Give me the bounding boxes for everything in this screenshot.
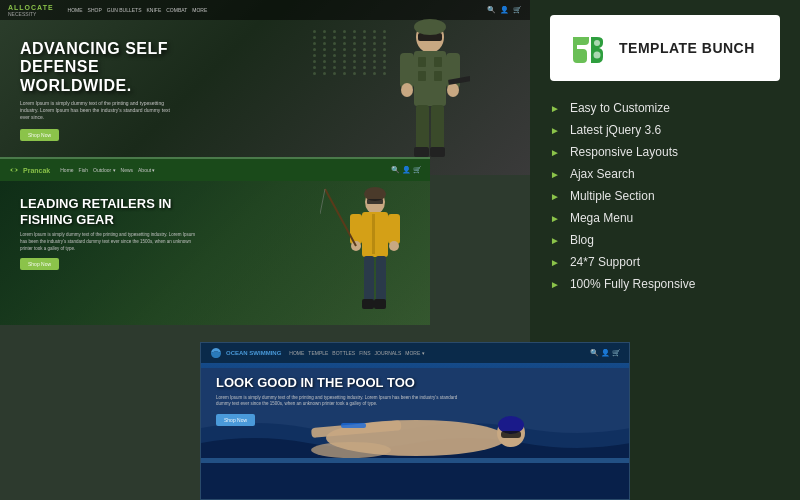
arrow-icon-5: ► [550, 191, 560, 202]
arrow-icon-2: ► [550, 125, 560, 136]
feature-label-6: Mega Menu [570, 211, 633, 225]
feature-mega-menu: ► Mega Menu [550, 211, 780, 225]
template-bunch-header: TEMPLATE BUNCH [550, 15, 780, 81]
svg-rect-22 [372, 214, 375, 254]
svg-point-17 [12, 168, 16, 172]
features-list: ► Easy to Customize ► Latest jQuery 3.6 … [550, 101, 780, 291]
fishing-user-icon[interactable]: 👤 [402, 166, 411, 173]
fishing-section: Prancak Home Fish Outdoor ▾ News About ▾… [0, 155, 430, 340]
soldier-figure [390, 15, 470, 160]
feature-label-4: Ajax Search [570, 167, 635, 181]
svg-point-19 [364, 187, 386, 201]
feature-label-8: 24*7 Support [570, 255, 640, 269]
fishing-text: Lorem Ipsum is simply dummy text of the … [20, 232, 200, 252]
svg-point-10 [401, 83, 413, 97]
swim-title: LOOK GOOD IN THE POOL TOO [216, 375, 614, 391]
fishing-cart-icon[interactable]: 🛒 [413, 166, 422, 173]
svg-point-39 [311, 442, 391, 458]
feature-label-3: Responsive Layouts [570, 145, 678, 159]
fishing-navbar: Prancak Home Fish Outdoor ▾ News About ▾… [0, 159, 430, 181]
cart-icon[interactable]: 🛒 [513, 6, 522, 14]
feature-ajax: ► Ajax Search [550, 167, 780, 181]
feature-responsive: ► Responsive Layouts [550, 145, 780, 159]
feature-label-5: Multiple Section [570, 189, 655, 203]
svg-rect-29 [362, 299, 374, 309]
fishing-shop-button[interactable]: Shop Now [20, 258, 59, 270]
svg-rect-6 [418, 71, 426, 81]
swim-user-icon[interactable]: 👤 [601, 349, 610, 356]
arrow-icon-7: ► [550, 235, 560, 246]
svg-rect-27 [364, 256, 374, 306]
svg-rect-30 [374, 299, 386, 309]
feature-blog: ► Blog [550, 233, 780, 247]
svg-point-26 [389, 241, 399, 251]
search-icon[interactable]: 🔍 [487, 6, 496, 14]
svg-point-11 [447, 83, 459, 97]
swim-text: Lorem Ipsum is simply dummy text of the … [216, 395, 466, 409]
swim-search-icon[interactable]: 🔍 [590, 349, 599, 356]
arrow-icon-1: ► [550, 103, 560, 114]
swim-navbar: OCEAN SWIMMING HOME TEMPLE BOTTLES FINS … [201, 343, 629, 363]
svg-point-44 [594, 52, 601, 59]
feature-jquery: ► Latest jQuery 3.6 [550, 123, 780, 137]
svg-rect-5 [434, 57, 442, 67]
svg-rect-4 [418, 57, 426, 67]
svg-point-43 [594, 40, 600, 46]
fishing-title: LEADING RETAILERS IN FISHING GEAR [20, 196, 220, 227]
military-subtitle: Lorem Ipsum is simply dummy text of the … [20, 100, 180, 121]
svg-line-32 [320, 189, 325, 214]
svg-rect-20 [367, 199, 383, 204]
military-shop-button[interactable]: Shop Now [20, 129, 59, 141]
user-icon[interactable]: 👤 [500, 6, 509, 14]
feature-multiple-section: ► Multiple Section [550, 189, 780, 203]
template-bunch-logo [565, 27, 607, 69]
feature-support: ► 24*7 Support [550, 255, 780, 269]
left-panel: ALLOCATE NECESSITY HOME SHOP GUN BULLETS… [0, 0, 530, 500]
military-logo: ALLOCATE NECESSITY [8, 4, 54, 17]
svg-rect-8 [400, 53, 414, 88]
arrow-icon-9: ► [550, 279, 560, 290]
military-nav-links: HOME SHOP GUN BULLETS KNIFE COMBAT MORE [68, 7, 208, 13]
military-title: ADVANCING SELF DEFENSE WORLDWIDE. [20, 40, 200, 95]
feature-easy-customize: ► Easy to Customize [550, 101, 780, 115]
fisher-figure [320, 184, 410, 314]
feature-fully-responsive: ► 100% Fully Responsive [550, 277, 780, 291]
fishing-search-icon[interactable]: 🔍 [391, 166, 400, 173]
arrow-icon-6: ► [550, 213, 560, 224]
fishing-nav-icons[interactable]: 🔍 👤 🛒 [391, 166, 422, 174]
arrow-icon-8: ► [550, 257, 560, 268]
arrow-icon-4: ► [550, 169, 560, 180]
svg-rect-40 [201, 458, 629, 463]
feature-label-2: Latest jQuery 3.6 [570, 123, 661, 137]
swim-cart-icon[interactable]: 🛒 [612, 349, 621, 356]
feature-label-7: Blog [570, 233, 594, 247]
arrow-icon-3: ► [550, 147, 560, 158]
swim-logo: OCEAN SWIMMING [209, 346, 281, 360]
swim-nav-links: HOME TEMPLE BOTTLES FINS JOURNALS MORE ▾ [289, 350, 424, 356]
swimming-section: OCEAN SWIMMING HOME TEMPLE BOTTLES FINS … [100, 335, 530, 500]
template-bunch-name: TEMPLATE BUNCH [619, 40, 755, 57]
swim-nav-icons[interactable]: 🔍 👤 🛒 [590, 349, 621, 357]
fishing-nav-links: Home Fish Outdoor ▾ News About ▾ [60, 167, 155, 173]
svg-point-2 [414, 19, 446, 35]
svg-rect-24 [388, 214, 400, 244]
svg-rect-7 [434, 71, 442, 81]
military-section: ALLOCATE NECESSITY HOME SHOP GUN BULLETS… [0, 0, 530, 175]
swim-content: LOOK GOOD IN THE POOL TOO Lorem Ipsum is… [201, 363, 629, 438]
fishing-logo: Prancak [8, 164, 50, 176]
feature-label-9: 100% Fully Responsive [570, 277, 695, 291]
feature-label-1: Easy to Customize [570, 101, 670, 115]
svg-rect-16 [430, 147, 445, 157]
svg-rect-28 [376, 256, 386, 306]
swim-shop-button[interactable]: Shop Now [216, 414, 255, 426]
military-nav-icons[interactable]: 🔍 👤 🛒 [487, 6, 522, 14]
svg-point-42 [565, 27, 607, 69]
